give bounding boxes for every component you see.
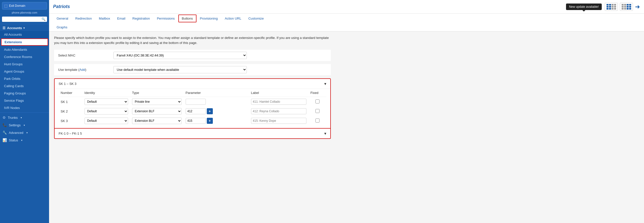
grid-left-button[interactable] [605, 3, 618, 11]
sk2-param-input[interactable] [186, 108, 206, 114]
use-template-dropdown[interactable]: Use default model template when availabl… [113, 66, 247, 73]
sidebar-item-agent-groups[interactable]: Agent Groups [0, 68, 49, 75]
sk3-label-input[interactable] [251, 118, 306, 124]
sk2-label [249, 106, 308, 116]
sk2-param-cell: + [186, 108, 247, 114]
sk1-label-input[interactable] [251, 99, 306, 105]
grid-left-icon [607, 4, 616, 10]
exit-domain-button[interactable]: ⬚ Exit Domain [2, 2, 47, 10]
sk1-identity-select[interactable]: Default [85, 98, 128, 105]
sidebar-item-paging-groups[interactable]: Paging Groups [0, 90, 49, 97]
sidebar-divider-1 [0, 113, 49, 113]
tab-mailbox[interactable]: Mailbox [95, 15, 114, 22]
tab-redirection[interactable]: Redirection [72, 15, 95, 22]
sidebar-accounts-header[interactable]: ☰ Accounts ▾ [0, 24, 49, 31]
tab-provisioning[interactable]: Provisioning [196, 15, 221, 22]
sk3-type-select[interactable]: Extension BLF [132, 118, 182, 124]
fk-subsection: FK-1 0 – FK-1 5 ▾ [55, 128, 330, 138]
advanced-caret: ▾ [26, 131, 28, 134]
sidebar-item-advanced[interactable]: 🔧 Advanced ▾ [0, 129, 49, 136]
sk2-type-select[interactable]: Extension BLF [132, 108, 182, 115]
select-mac-dropdown[interactable]: Fanvil X4U (OC:38:3E:42:44:39) [113, 52, 247, 59]
sidebar-item-status[interactable]: 📊 Status ▾ [0, 136, 49, 144]
exit-icon: ⬚ [4, 4, 8, 8]
sk1-type-select[interactable]: Private line [132, 98, 182, 105]
sidebar: ⬚ Exit Domain phone.pbxnvoip.com 🔍 ☰ Acc… [0, 0, 49, 223]
sk3-plus-button[interactable]: + [207, 118, 213, 124]
sidebar-item-trunks[interactable]: ⚙ Trunks ▾ [0, 114, 49, 121]
tab-email[interactable]: Email [114, 15, 129, 22]
table-row: SK 3 Default Extension BLF [59, 116, 326, 126]
sk3-identity: Default [83, 116, 130, 126]
sk-section-header[interactable]: SK 1 – SK 3 ▾ [55, 79, 330, 89]
sk3-identity-select[interactable]: Default [85, 118, 128, 124]
sidebar-item-service-flags[interactable]: Service Flags [0, 97, 49, 104]
nav-tab-row-2: Graphs [53, 23, 640, 31]
sk1-identity: Default [83, 97, 130, 107]
sidebar-item-auto-attendants[interactable]: Auto Attendants [0, 46, 49, 53]
tab-permissions[interactable]: Permissions [153, 15, 178, 22]
sk2-label-input[interactable] [251, 108, 306, 114]
sidebar-item-park-orbits[interactable]: Park Orbits [0, 75, 49, 82]
add-template-link[interactable]: Add [79, 68, 85, 72]
header-icons: ➜ [605, 3, 640, 11]
sk2-identity-select[interactable]: Default [85, 108, 128, 115]
navigate-button[interactable]: ➜ [635, 3, 640, 10]
table-row: SK 2 Default Extension BLF [59, 106, 326, 116]
sk2-fixed-checkbox[interactable] [315, 109, 319, 113]
tab-action-url[interactable]: Action URL [221, 15, 245, 22]
status-icon: 📊 [3, 138, 7, 142]
sk1-parameter [184, 97, 249, 107]
header-right: New update available! [566, 3, 640, 11]
content-area: Please specify which button profile you … [49, 31, 644, 223]
select-mac-label: Select MAC [58, 53, 113, 57]
sidebar-item-extensions[interactable]: Extensions [1, 38, 48, 46]
sk1-type: Private line [130, 97, 184, 107]
col-type: Type [130, 89, 184, 97]
col-parameter: Parameter [184, 89, 249, 97]
settings-caret: ▾ [24, 124, 25, 127]
grid-right-button[interactable] [620, 3, 633, 11]
sk3-fixed-checkbox[interactable] [315, 119, 319, 123]
sk1-fixed [308, 97, 326, 107]
sk-table-wrap: Number Identity Type Parameter Label Fix… [55, 89, 330, 128]
sk3-param-input[interactable] [186, 118, 206, 124]
fk-section-header[interactable]: FK-1 0 – FK-1 5 ▾ [55, 129, 330, 138]
sidebar-item-all-accounts[interactable]: All Accounts [0, 31, 49, 38]
trunks-caret: ▾ [21, 116, 22, 119]
exit-domain-label: Exit Domain [9, 4, 25, 8]
header: Patriots New update available! [49, 0, 644, 14]
sidebar-item-calling-cards[interactable]: Calling Cards [0, 82, 49, 90]
tab-buttons[interactable]: Buttons [178, 15, 196, 22]
sk3-label [249, 116, 308, 126]
trunks-icon: ⚙ [3, 116, 6, 120]
accounts-label: Accounts [7, 26, 22, 30]
tab-general[interactable]: General [53, 15, 72, 22]
search-icon[interactable]: 🔍 [42, 17, 46, 21]
menu-icon: ☰ [3, 26, 6, 30]
accounts-caret: ▾ [23, 27, 25, 29]
domain-name: phone.pbxnvoip.com [2, 11, 47, 16]
col-label: Label [249, 89, 308, 97]
sk3-type: Extension BLF [130, 116, 184, 126]
sk2-type: Extension BLF [130, 106, 184, 116]
sk1-fixed-checkbox[interactable] [315, 99, 319, 103]
sk3-parameter: + [184, 116, 249, 126]
sidebar-item-conference-rooms[interactable]: Conference Rooms [0, 53, 49, 61]
tab-graphs[interactable]: Graphs [53, 23, 71, 31]
sidebar-item-hunt-groups[interactable]: Hunt Groups [0, 61, 49, 68]
sidebar-item-settings[interactable]: 📞 Settings ▾ [0, 121, 49, 129]
sk1-param-input[interactable] [186, 99, 206, 105]
sk1-number: SK 1 [59, 97, 83, 107]
sk1-param-cell [186, 99, 247, 105]
col-fixed: Fixed [308, 89, 326, 97]
tab-registration[interactable]: Registration [129, 15, 153, 22]
tab-customize[interactable]: Customize [245, 15, 267, 22]
update-tooltip: New update available! [566, 4, 602, 10]
sidebar-item-ivr-nodes[interactable]: IVR Nodes [0, 104, 49, 112]
sk2-parameter: + [184, 106, 249, 116]
search-input[interactable] [4, 18, 42, 21]
advanced-icon: 🔧 [3, 131, 7, 135]
table-row: SK 1 Default Private line [59, 97, 326, 107]
sk2-plus-button[interactable]: + [207, 108, 213, 114]
